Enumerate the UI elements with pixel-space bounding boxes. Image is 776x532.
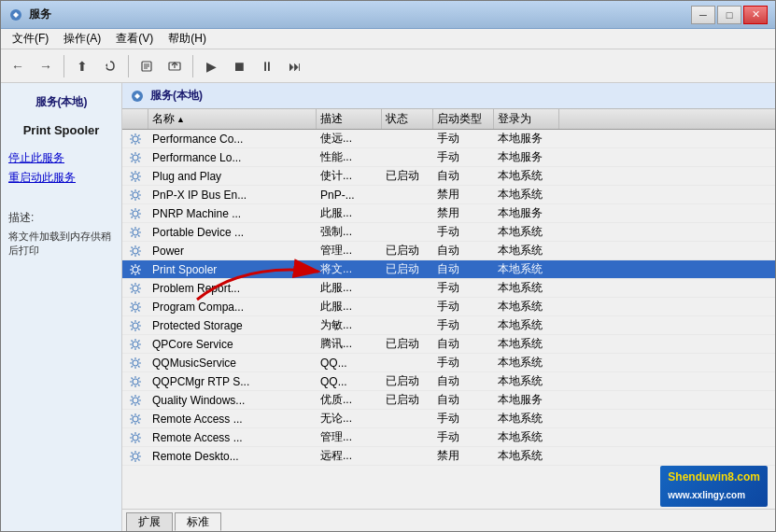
table-row[interactable]: Protected Storage为敏...手动本地系统 [122,316,775,335]
address-icon [130,89,145,104]
table-row[interactable]: Program Compa...此服...手动本地系统 [122,298,775,316]
gear-icon [129,450,142,463]
service-icon [122,338,148,351]
up-button[interactable]: ⬆ [69,53,95,79]
table-row[interactable]: Problem Report...此服...手动本地系统 [122,279,775,298]
service-name-cell: PNRP Machine ... [148,207,317,220]
service-name-cell: Problem Report... [148,282,317,295]
service-startup-cell: 手动 [433,317,494,333]
table-row[interactable]: Print Spooler将文...已启动自动本地系统 [122,260,775,279]
service-logon-cell: 本地系统 [494,373,559,389]
restart-service-link[interactable]: 重启动此服务 [8,170,114,186]
svg-line-71 [132,254,134,256]
restart-button[interactable]: ⏭ [282,53,308,79]
minimize-button[interactable]: ─ [691,6,715,24]
table-row[interactable]: Quality Windows...优质...已启动自动本地服务 [122,391,775,410]
table-row[interactable]: Plug and Play使计...已启动自动本地系统 [122,167,775,186]
window-controls: ─ □ ✕ [691,6,768,24]
service-logon-cell: 本地系统 [494,336,559,352]
export-button[interactable] [162,53,188,79]
service-desc-cell: 此服... [317,299,382,315]
svg-line-167 [132,452,134,454]
window-title: 服务 [29,7,685,22]
table-row[interactable]: Remote Access ...无论...手动本地系统 [122,410,775,428]
menu-help[interactable]: 帮助(H) [161,29,214,49]
service-logon-cell: 本地系统 [494,224,559,240]
svg-line-68 [132,246,134,248]
refresh-button[interactable] [97,53,123,79]
properties-icon [140,60,153,73]
stop-service-link[interactable]: 停止此服务 [8,150,114,166]
forward-button[interactable]: → [33,53,59,79]
svg-line-152 [132,422,134,424]
tab-expand[interactable]: 扩展 [126,512,173,531]
stop-button[interactable]: ⏹ [226,53,252,79]
properties-button[interactable] [134,53,160,79]
th-startup[interactable]: 启动类型 [433,109,494,129]
service-status-cell: 已启动 [382,373,433,389]
svg-line-61 [138,228,140,230]
svg-line-62 [132,235,134,237]
svg-point-18 [133,155,138,161]
table-row[interactable]: PnP-X IP Bus En...PnP-...禁用本地系统 [122,186,775,204]
svg-line-44 [132,198,134,200]
address-bar: 服务(本地) [122,83,775,109]
address-text: 服务(本地) [150,88,203,104]
th-desc[interactable]: 描述 [317,109,382,129]
service-startup-cell: 手动 [433,355,494,371]
service-logon-cell: 本地系统 [494,280,559,296]
table-header: 名称 ▲ 描述 状态 启动类型 登录为 [122,109,775,130]
table-row[interactable]: Performance Co...使远...手动本地服务 [122,130,775,148]
close-button[interactable]: ✕ [743,6,768,24]
service-logon-cell: 本地服务 [494,205,559,221]
play-button[interactable]: ▶ [198,53,224,79]
table-row[interactable]: Remote Access ...管理...手动本地系统 [122,428,775,447]
table-row[interactable]: Performance Lo...性能...手动本地服务 [122,148,775,167]
svg-line-24 [138,161,140,162]
svg-line-106 [138,321,140,323]
table-row[interactable]: QPCore Service腾讯...已启动自动本地系统 [122,335,775,354]
maximize-button[interactable]: □ [717,6,741,24]
desc-label: 描述: [8,210,114,226]
svg-line-116 [132,347,134,349]
svg-line-98 [132,310,134,312]
service-desc-cell: PnP-... [317,189,382,202]
th-logon[interactable]: 登录为 [494,109,559,129]
tab-standard[interactable]: 标准 [175,512,221,531]
table-row[interactable]: Portable Device ...强制...手动本地系统 [122,223,775,242]
table-body: Performance Co...使远...手动本地服务 Performance… [122,130,775,509]
svg-line-14 [132,134,134,136]
service-startup-cell: 手动 [433,149,494,165]
pause-button[interactable]: ⏸ [254,53,280,79]
table-row[interactable]: Remote Deskto...远程...禁用本地系统 [122,447,775,466]
svg-point-72 [133,267,138,273]
svg-line-125 [132,366,134,368]
svg-line-115 [138,340,140,342]
svg-line-78 [138,273,140,274]
table-row[interactable]: Power管理...已启动自动本地系统 [122,242,775,260]
service-desc-cell: QQ... [317,357,382,370]
table-row[interactable]: QQPCMgr RTP S...QQ...已启动自动本地系统 [122,372,775,391]
svg-line-143 [132,403,134,405]
menu-file[interactable]: 文件(F) [5,29,56,49]
gear-icon [129,431,142,444]
th-status[interactable]: 状态 [382,109,433,129]
svg-point-36 [133,192,138,198]
svg-line-87 [138,291,140,293]
table-row[interactable]: QQMusicServiceQQ...手动本地系统 [122,354,775,372]
service-startup-cell: 禁用 [433,187,494,203]
back-button[interactable]: ← [5,53,31,79]
service-logon-cell: 本地系统 [494,429,559,445]
th-name[interactable]: 名称 ▲ [148,109,317,129]
service-status-cell: 已启动 [382,243,433,259]
service-desc-cell: 强制... [317,224,382,240]
service-icon [122,133,148,146]
left-panel-title: 服务(本地) [8,91,114,114]
svg-point-126 [133,379,138,385]
menu-view[interactable]: 查看(V) [108,29,161,49]
table-row[interactable]: PNRP Machine ...此服...禁用本地服务 [122,204,775,223]
svg-point-63 [133,248,138,254]
svg-point-45 [133,211,138,217]
menu-action[interactable]: 操作(A) [56,29,108,49]
gear-icon [129,133,142,146]
